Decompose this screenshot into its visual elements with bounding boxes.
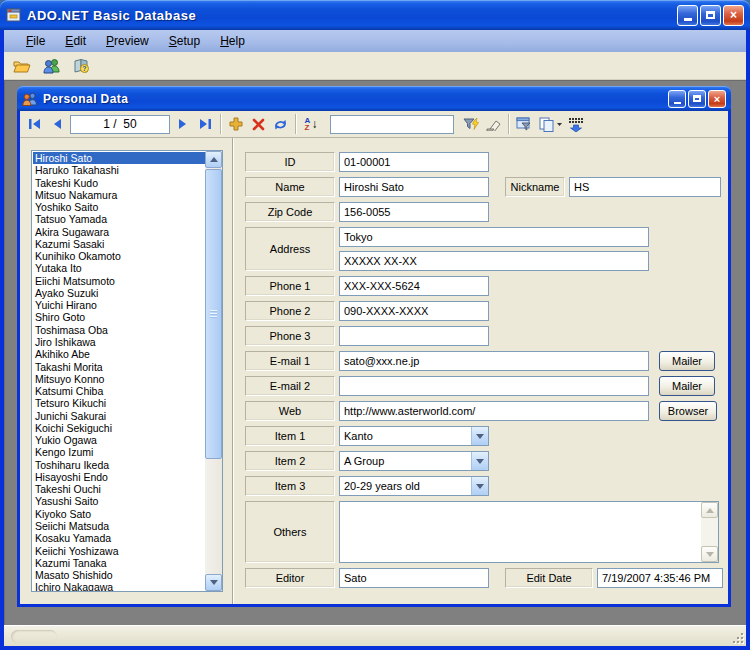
email2-field[interactable] [339,376,649,396]
list-item[interactable]: Toshimasa Oba [33,324,205,336]
list-item[interactable]: Ichiro Nakagawa [33,581,205,591]
email1-field[interactable] [339,351,649,371]
id-field[interactable] [339,152,489,172]
item2-dropdown-button[interactable] [471,452,488,470]
list-item[interactable]: Seiichi Matsuda [33,520,205,532]
name-field[interactable] [339,177,489,197]
mailer2-button[interactable]: Mailer [659,376,715,396]
main-titlebar[interactable]: ADO.NET Basic Database × [0,0,750,30]
edit-date-field[interactable] [597,568,723,588]
address-line1-field[interactable] [339,227,649,247]
grid-export-button[interactable] [565,113,587,135]
zip-code-field[interactable] [339,202,489,222]
filter-form-button[interactable] [513,113,535,135]
child-minimize-button[interactable] [668,90,686,108]
list-item[interactable]: Kengo Izumi [33,446,205,458]
record-counter[interactable] [70,115,170,134]
list-item[interactable]: Kiyoko Sato [33,508,205,520]
close-button[interactable]: × [723,5,744,26]
maximize-button[interactable] [700,5,721,26]
list-item[interactable]: Hisayoshi Endo [33,471,205,483]
sort-button[interactable]: A Z ↓ [300,113,322,135]
scroll-thumb[interactable] [205,169,222,459]
form-row-phone3: Phone 3 [245,326,720,346]
resize-grip[interactable] [732,632,744,644]
list-item[interactable]: Kazumi Tanaka [33,557,205,569]
delete-record-button[interactable] [247,113,269,135]
list-item[interactable]: Kunihiko Okamoto [33,250,205,262]
list-item[interactable]: Tetsuro Kikuchi [33,397,205,409]
contacts-button[interactable] [40,54,64,78]
mailer1-button[interactable]: Mailer [659,351,715,371]
list-item[interactable]: Yukio Ogawa [33,434,205,446]
browser-button[interactable]: Browser [659,401,717,421]
list-item[interactable]: Mitsuyo Konno [33,373,205,385]
help-button[interactable]: ? [70,54,94,78]
list-item[interactable]: Hiroshi Sato [33,152,205,164]
phone1-field[interactable] [339,276,489,296]
phone2-field[interactable] [339,301,489,321]
menu-item-edit[interactable]: Edit [55,31,96,51]
list-item[interactable]: Yoshiko Saito [33,201,205,213]
first-record-button[interactable] [24,113,46,135]
list-item[interactable]: Koichi Sekiguchi [33,422,205,434]
next-record-button[interactable] [172,113,194,135]
list-item[interactable]: Shiro Goto [33,311,205,323]
menu-item-help[interactable]: Help [210,31,255,51]
open-folder-button[interactable] [10,54,34,78]
phone3-field[interactable] [339,326,489,346]
list-item[interactable]: Haruko Takahashi [33,164,205,176]
item3-dropdown-button[interactable] [471,477,488,495]
list-item[interactable]: Akihiko Abe [33,348,205,360]
editor-field[interactable] [339,568,489,588]
form-row-item3: Item 3 20-29 years old [245,476,720,496]
list-item[interactable]: Mitsuo Nakamura [33,189,205,201]
list-item[interactable]: Takeshi Ouchi [33,483,205,495]
item2-select[interactable]: A Group [339,451,489,471]
list-item[interactable]: Eiichi Matsumoto [33,275,205,287]
list-item[interactable]: Kosaku Yamada [33,532,205,544]
list-item[interactable]: Akira Sugawara [33,226,205,238]
refresh-button[interactable] [269,113,291,135]
last-record-button[interactable] [194,113,216,135]
search-input[interactable] [330,115,454,134]
list-item[interactable]: Katsumi Chiba [33,385,205,397]
clear-filter-button[interactable] [482,113,504,135]
copy-button[interactable] [535,113,565,135]
list-item[interactable]: Junichi Sakurai [33,410,205,422]
list-item[interactable]: Yutaka Ito [33,262,205,274]
list-item[interactable]: Yuichi Hirano [33,299,205,311]
scroll-down-button[interactable] [205,574,222,591]
phone2-label: Phone 2 [245,301,335,321]
list-item[interactable]: Takashi Morita [33,361,205,373]
list-item[interactable]: Keiichi Yoshizawa [33,545,205,557]
list-item[interactable]: Toshiharu Ikeda [33,459,205,471]
previous-record-button[interactable] [46,113,68,135]
item3-select[interactable]: 20-29 years old [339,476,489,496]
child-maximize-button[interactable] [688,90,706,108]
web-field[interactable] [339,401,649,421]
list-item[interactable]: Takeshi Kudo [33,177,205,189]
menu-item-setup[interactable]: Setup [159,31,210,51]
list-item[interactable]: Yasushi Saito [33,495,205,507]
menu-item-file[interactable]: File [16,31,55,51]
minimize-button[interactable] [677,5,698,26]
nickname-field[interactable] [569,177,721,197]
menu-item-preview[interactable]: Preview [96,31,159,51]
list-item[interactable]: Masato Shishido [33,569,205,581]
list-scrollbar[interactable] [205,151,222,591]
add-record-button[interactable] [225,113,247,135]
item1-dropdown-button[interactable] [471,427,488,445]
list-item[interactable]: Kazumi Sasaki [33,238,205,250]
filter-button[interactable] [460,113,482,135]
list-item[interactable]: Tatsuo Yamada [33,213,205,225]
child-close-button[interactable]: × [708,90,726,108]
others-field[interactable] [340,502,701,562]
filter-form-icon [516,117,532,132]
list-item[interactable]: Ayako Suzuki [33,287,205,299]
list-item[interactable]: Jiro Ishikawa [33,336,205,348]
item1-select[interactable]: Kanto [339,426,489,446]
address-line2-field[interactable] [339,251,649,271]
child-titlebar[interactable]: Personal Data × [17,86,731,111]
scroll-up-button[interactable] [205,151,222,168]
